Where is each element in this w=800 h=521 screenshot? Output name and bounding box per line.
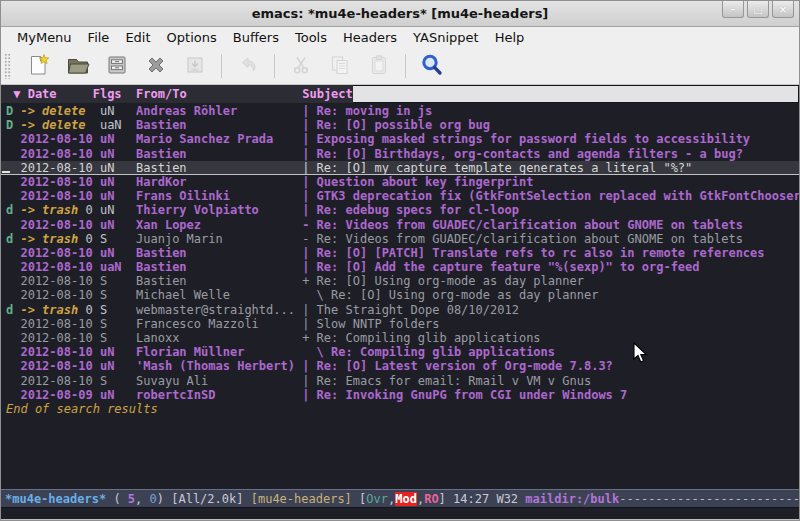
message-row[interactable]: 2012-08-10uNFrans Oilinki| GTK3 deprecat… [1, 189, 799, 203]
message-row[interactable]: d-> trash 0uNThierry Volpiatto| Re: edeb… [1, 203, 799, 217]
message-row[interactable]: 2012-08-10uNHardKor| Question about key … [1, 175, 799, 189]
message-row[interactable]: 2012-08-09uNrobertcInSD| Re: Invoking Gn… [1, 388, 799, 402]
date-column: 2012-08-10 [20, 147, 99, 161]
mark-char [6, 189, 20, 203]
message-row[interactable]: D-> deleteuNAndreas Röhler| Re: moving i… [1, 104, 799, 118]
menu-options[interactable]: Options [159, 29, 225, 46]
toolbar-button-save-as [182, 53, 208, 79]
save-as-icon [183, 53, 207, 80]
subject-column: | The Straight Dope 08/10/2012 [302, 303, 799, 317]
message-row[interactable]: d-> trash 0SJuanjo Marin- Re: Videos fro… [1, 232, 799, 246]
from-column: Xan Lopez [136, 218, 302, 232]
message-row[interactable]: 2012-08-10uNBastien| Re: [O] my capture … [1, 161, 799, 175]
modeline-segment: ] [439, 492, 453, 506]
toolbar-grip[interactable] [4, 53, 11, 79]
date-column: 2012-08-10 [20, 288, 99, 302]
message-row[interactable]: 2012-08-10uN'Mash (Thomas Herbert)| Re: … [1, 359, 799, 373]
date-column: 2012-08-10 [20, 331, 99, 345]
from-column: robertcInSD [136, 388, 302, 402]
date-column: 2012-08-10 [20, 175, 99, 189]
menu-mymenu[interactable]: MyMenu [9, 29, 80, 46]
headers-column-titles[interactable]: ▼ Date Flgs From/To Subject [1, 85, 353, 103]
from-column: Mario Sanchez Prada [136, 132, 302, 146]
date-column: 2012-08-10 [20, 260, 99, 274]
toolbar-button-open-folder[interactable] [65, 53, 91, 79]
close-button[interactable]: × [772, 1, 794, 18]
mark-action: -> delete [20, 104, 99, 118]
flags-column: uN [100, 388, 136, 402]
subject-column: | Slow NNTP folders [302, 317, 799, 331]
toolbar-button-close[interactable] [143, 53, 169, 79]
title-bar[interactable]: emacs: *mu4e-headers* [mu4e-headers] –□× [1, 1, 799, 27]
mark-char [6, 345, 20, 359]
message-row[interactable]: 2012-08-10SBastien+ Re: [O] Using org-mo… [1, 274, 799, 288]
from-column: Lanoxx [136, 331, 302, 345]
from-column: Bastien [136, 246, 302, 260]
toolbar-button-new-file[interactable] [26, 53, 52, 79]
new-file-icon [27, 53, 51, 80]
mark-char [6, 317, 20, 331]
minimize-button[interactable]: – [722, 1, 744, 18]
subject-column: | GTK3 deprecation fix (GtkFontSelection… [302, 189, 799, 203]
modeline-segment: , [388, 492, 395, 506]
subject-column: | Question about key fingerprint [302, 175, 799, 189]
message-row[interactable]: 2012-08-10uNBastien| Re: [O] [PATCH] Tra… [1, 246, 799, 260]
message-row[interactable]: 2012-08-10uNFlorian Müllner \ Re: Compil… [1, 345, 799, 359]
window-title: emacs: *mu4e-headers* [mu4e-headers] [252, 6, 549, 21]
maximize-button[interactable]: □ [747, 1, 769, 18]
message-list: D-> deleteuNAndreas Röhler| Re: moving i… [1, 103, 799, 489]
from-column: Juanjo Marin [136, 232, 302, 246]
modeline-segment: RO [424, 492, 438, 506]
menu-buffers[interactable]: Buffers [225, 29, 287, 46]
subject-column: | Re: Invoking GnuPG from CGI under Wind… [302, 388, 799, 402]
from-column: Bastien [136, 274, 302, 288]
from-column: Bastien [136, 147, 302, 161]
subject-column: - Re: Videos from GUADEC/clarification a… [302, 218, 799, 232]
from-column: Francesco Mazzoli [136, 317, 302, 331]
message-row[interactable]: 2012-08-10uNBastien| Re: [O] Birthdays, … [1, 147, 799, 161]
from-column: Bastien [136, 161, 302, 174]
message-row[interactable]: 2012-08-10uaNBastien| Re: [O] Add the ca… [1, 260, 799, 274]
flags-column: uN [100, 345, 136, 359]
from-column: Bastien [136, 260, 302, 274]
window-controls: –□× [722, 1, 794, 18]
menu-tools[interactable]: Tools [287, 29, 335, 46]
menu-help[interactable]: Help [487, 29, 533, 46]
modeline-segment: Mod [395, 492, 417, 506]
subject-column: \ Re: [O] Using org-mode as day planner [302, 288, 799, 302]
toolbar-button-cut [288, 53, 314, 79]
message-row[interactable]: 2012-08-10SFrancesco Mazzoli| Slow NNTP … [1, 317, 799, 331]
message-row[interactable]: 2012-08-10uNXan Lopez- Re: Videos from G… [1, 218, 799, 232]
toolbar-button-search[interactable] [419, 53, 445, 79]
from-column: 'Mash (Thomas Herbert) [136, 359, 302, 373]
from-column: Suvayu Ali [136, 374, 302, 388]
open-folder-icon [66, 53, 90, 80]
text-cursor [2, 171, 10, 173]
modeline-segment: , [417, 492, 424, 506]
flags-column: S [100, 303, 136, 317]
mark-action: -> trash 0 [20, 203, 99, 217]
toolbar-button-save[interactable] [104, 53, 130, 79]
message-row[interactable]: 2012-08-10SLanoxx+ Re: Compiling glib ap… [1, 331, 799, 345]
message-row[interactable]: d-> trash 0Swebmaster@straightd...| The … [1, 303, 799, 317]
from-column: HardKor [136, 175, 302, 189]
menu-yasnippet[interactable]: YASnippet [405, 29, 487, 46]
modeline-segment: ) [157, 492, 171, 506]
modeline-segment: ( [106, 492, 128, 506]
modeline-segment: , [135, 492, 149, 506]
emacs-frame: ▼ Date Flgs From/To Subject D-> deleteuN… [1, 85, 799, 519]
flags-column: uN [100, 359, 136, 373]
message-row[interactable]: 2012-08-10uNMario Sanchez Prada| Exposin… [1, 132, 799, 146]
message-row[interactable]: D-> deleteuaNBastien| Re: [O] possible o… [1, 118, 799, 132]
date-column: 2012-08-10 [20, 359, 99, 373]
menu-file[interactable]: File [80, 29, 118, 46]
menu-headers[interactable]: Headers [335, 29, 405, 46]
subject-column: + Re: [O] Using org-mode as day planner [302, 274, 799, 288]
flags-column: uN [100, 218, 136, 232]
modeline-segment: 14:27 W32 [453, 492, 525, 506]
menu-edit[interactable]: Edit [117, 29, 158, 46]
message-row[interactable]: 2012-08-10SSuvayu Ali| Re: Emacs for ema… [1, 374, 799, 388]
flags-column: uN [100, 203, 136, 217]
message-row[interactable]: 2012-08-10SMichael Welle \ Re: [O] Using… [1, 288, 799, 302]
mark-char [6, 218, 20, 232]
